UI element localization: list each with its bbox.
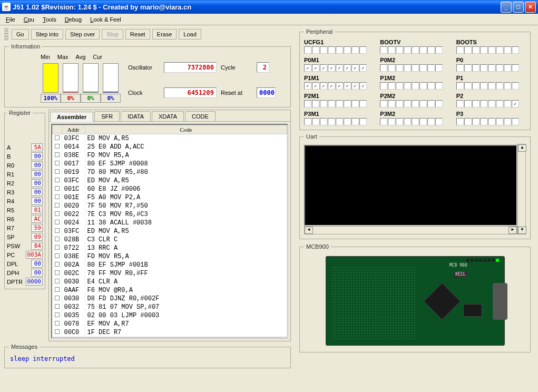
tab-sfr[interactable]: SFR: [94, 111, 120, 121]
maximize-button[interactable]: □: [513, 2, 524, 13]
breakpoint-checkbox[interactable]: [53, 193, 62, 202]
bit-checkbox[interactable]: [351, 46, 359, 54]
asm-row[interactable]: 002C78 FF MOV R0,#FF: [53, 269, 287, 278]
cycle-value[interactable]: 2: [257, 62, 269, 73]
bit-checkbox[interactable]: [396, 82, 403, 90]
asm-row[interactable]: 002A80 EF SJMP #001B: [53, 261, 287, 269]
bit-checkbox[interactable]: [427, 100, 435, 107]
bit-checkbox[interactable]: [320, 46, 327, 54]
bit-checkbox[interactable]: [472, 64, 480, 72]
tab-assembler[interactable]: Assembler: [50, 112, 93, 122]
bit-checkbox[interactable]: [328, 82, 335, 90]
bit-checkbox[interactable]: [472, 82, 480, 90]
step-into-button[interactable]: Step into: [31, 29, 63, 40]
bit-checkbox[interactable]: [312, 46, 319, 54]
tab-idata[interactable]: IDATA: [121, 111, 151, 121]
bit-checkbox[interactable]: [344, 64, 351, 72]
tab-xdata[interactable]: XDATA: [152, 111, 184, 121]
bit-checkbox[interactable]: [464, 100, 472, 107]
bit-checkbox[interactable]: [480, 46, 487, 54]
asm-row[interactable]: 028BC3 CLR C: [53, 236, 287, 244]
register-value[interactable]: 59: [31, 224, 43, 232]
asm-row[interactable]: 038EFD MOV R5,A: [53, 252, 287, 261]
bit-checkbox[interactable]: [419, 100, 427, 107]
assembler-table-scroll[interactable]: Addr Code 03FCED MOV A,R5001425 E0 ADD A…: [51, 124, 288, 339]
bit-checkbox[interactable]: [472, 118, 480, 125]
uart-scroll-horizontal[interactable]: ◄ ►: [304, 226, 517, 234]
bit-checkbox[interactable]: [380, 100, 387, 107]
bit-checkbox[interactable]: [404, 64, 411, 72]
menu-tools[interactable]: Tools: [39, 15, 60, 24]
bit-checkbox[interactable]: [504, 118, 511, 125]
register-value[interactable]: 003A: [26, 251, 43, 259]
bit-checkbox[interactable]: [504, 100, 511, 107]
bit-checkbox[interactable]: [456, 46, 464, 54]
bit-checkbox[interactable]: [512, 82, 519, 90]
bit-checkbox[interactable]: [388, 118, 395, 125]
breakpoint-checkbox[interactable]: [53, 337, 62, 339]
bit-checkbox[interactable]: [344, 118, 351, 125]
breakpoint-checkbox[interactable]: [53, 269, 62, 278]
register-value[interactable]: 00: [31, 260, 43, 268]
asm-row[interactable]: 03FCED MOV A,R5: [53, 227, 287, 236]
bit-checkbox[interactable]: [496, 118, 503, 125]
bit-checkbox[interactable]: [404, 118, 411, 125]
go-button[interactable]: Go: [12, 29, 29, 40]
asm-row[interactable]: 002411 38 ACALL #0038: [53, 219, 287, 227]
bit-checkbox[interactable]: [435, 118, 443, 125]
breakpoint-checkbox[interactable]: [53, 303, 62, 311]
bit-checkbox[interactable]: [488, 118, 495, 125]
bit-checkbox[interactable]: [304, 100, 311, 107]
bit-checkbox[interactable]: [380, 64, 387, 72]
breakpoint-checkbox[interactable]: [53, 177, 62, 185]
breakpoint-checkbox[interactable]: [53, 236, 62, 244]
bit-checkbox[interactable]: [336, 100, 343, 107]
bit-checkbox[interactable]: [359, 100, 367, 107]
minimize-button[interactable]: _: [501, 2, 512, 13]
bit-checkbox[interactable]: [504, 64, 511, 72]
asm-row[interactable]: 00207F 50 MOV R7,#50: [53, 202, 287, 210]
register-value[interactable]: 00: [31, 197, 43, 205]
bit-checkbox[interactable]: [488, 64, 495, 72]
breakpoint-checkbox[interactable]: [53, 168, 62, 177]
bit-checkbox[interactable]: [336, 64, 343, 72]
bit-checkbox[interactable]: [312, 118, 319, 125]
bit-checkbox[interactable]: [412, 118, 419, 125]
bit-checkbox[interactable]: [464, 82, 472, 90]
bit-checkbox[interactable]: [488, 46, 495, 54]
breakpoint-checkbox[interactable]: [53, 244, 62, 252]
bit-checkbox[interactable]: [344, 82, 351, 90]
bit-checkbox[interactable]: [380, 118, 387, 125]
bit-checkbox[interactable]: [404, 100, 411, 107]
bit-checkbox[interactable]: [359, 118, 367, 125]
bit-checkbox[interactable]: [419, 46, 427, 54]
bit-checkbox[interactable]: [336, 82, 343, 90]
bit-checkbox[interactable]: [504, 46, 511, 54]
asm-row[interactable]: 001C60 E8 JZ #0006: [53, 185, 287, 193]
erase-button[interactable]: Erase: [152, 29, 177, 40]
bit-checkbox[interactable]: [412, 82, 419, 90]
bit-checkbox[interactable]: [351, 82, 359, 90]
asm-row[interactable]: 0030D8 FD DJNZ R0,#002F: [53, 295, 287, 303]
bit-checkbox[interactable]: [388, 46, 395, 54]
bit-checkbox[interactable]: [344, 46, 351, 54]
register-value[interactable]: 01: [31, 206, 43, 214]
register-value[interactable]: AC: [31, 215, 43, 223]
bit-checkbox[interactable]: [456, 82, 464, 90]
breakpoint-checkbox[interactable]: [53, 143, 62, 151]
bit-checkbox[interactable]: [464, 118, 472, 125]
bit-checkbox[interactable]: [427, 46, 435, 54]
asm-row[interactable]: 0078EF MOV A,R7: [53, 320, 287, 328]
bit-checkbox[interactable]: [496, 82, 503, 90]
load-button[interactable]: Load: [179, 29, 201, 40]
breakpoint-checkbox[interactable]: [53, 134, 62, 143]
register-value[interactable]: 00: [31, 170, 43, 178]
bit-checkbox[interactable]: [380, 82, 387, 90]
breakpoint-checkbox[interactable]: [53, 160, 62, 168]
bit-checkbox[interactable]: [388, 100, 395, 107]
bit-checkbox[interactable]: [404, 46, 411, 54]
breakpoint-checkbox[interactable]: [53, 252, 62, 261]
bit-checkbox[interactable]: [312, 64, 319, 72]
bit-checkbox[interactable]: [464, 46, 472, 54]
bit-checkbox[interactable]: [336, 118, 343, 125]
